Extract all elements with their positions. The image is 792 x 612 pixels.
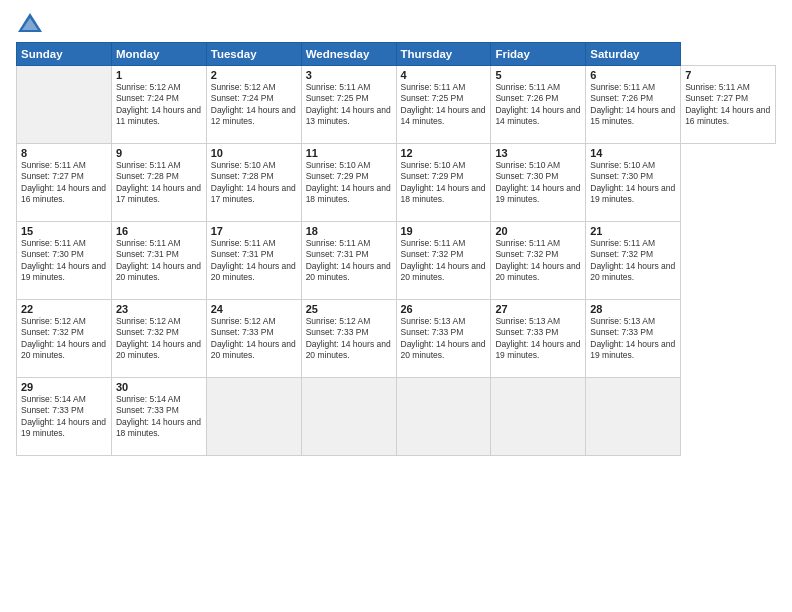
day-info: Sunrise: 5:11 AMSunset: 7:25 PMDaylight:… [401, 82, 487, 128]
day-info: Sunrise: 5:13 AMSunset: 7:33 PMDaylight:… [401, 316, 487, 362]
day-cell-empty [491, 378, 586, 456]
day-cell-22: 22Sunrise: 5:12 AMSunset: 7:32 PMDayligh… [17, 300, 112, 378]
day-number: 4 [401, 69, 487, 81]
day-info: Sunrise: 5:11 AMSunset: 7:32 PMDaylight:… [401, 238, 487, 284]
day-cell-empty [301, 378, 396, 456]
day-info: Sunrise: 5:13 AMSunset: 7:33 PMDaylight:… [590, 316, 676, 362]
day-number: 22 [21, 303, 107, 315]
day-cell-empty [586, 378, 681, 456]
day-number: 3 [306, 69, 392, 81]
day-info: Sunrise: 5:14 AMSunset: 7:33 PMDaylight:… [21, 394, 107, 440]
day-number: 26 [401, 303, 487, 315]
day-info: Sunrise: 5:12 AMSunset: 7:33 PMDaylight:… [306, 316, 392, 362]
day-info: Sunrise: 5:10 AMSunset: 7:28 PMDaylight:… [211, 160, 297, 206]
day-cell-18: 18Sunrise: 5:11 AMSunset: 7:31 PMDayligh… [301, 222, 396, 300]
logo [16, 10, 47, 38]
day-info: Sunrise: 5:10 AMSunset: 7:29 PMDaylight:… [306, 160, 392, 206]
day-number: 20 [495, 225, 581, 237]
week-row-3: 22Sunrise: 5:12 AMSunset: 7:32 PMDayligh… [17, 300, 776, 378]
day-cell-2: 2Sunrise: 5:12 AMSunset: 7:24 PMDaylight… [206, 66, 301, 144]
day-number: 14 [590, 147, 676, 159]
day-info: Sunrise: 5:12 AMSunset: 7:24 PMDaylight:… [116, 82, 202, 128]
day-number: 17 [211, 225, 297, 237]
week-row-1: 8Sunrise: 5:11 AMSunset: 7:27 PMDaylight… [17, 144, 776, 222]
day-info: Sunrise: 5:11 AMSunset: 7:30 PMDaylight:… [21, 238, 107, 284]
day-number: 11 [306, 147, 392, 159]
day-number: 5 [495, 69, 581, 81]
day-info: Sunrise: 5:10 AMSunset: 7:30 PMDaylight:… [495, 160, 581, 206]
day-number: 9 [116, 147, 202, 159]
logo-icon [16, 10, 44, 38]
day-cell-25: 25Sunrise: 5:12 AMSunset: 7:33 PMDayligh… [301, 300, 396, 378]
day-cell-1: 1Sunrise: 5:12 AMSunset: 7:24 PMDaylight… [111, 66, 206, 144]
day-number: 16 [116, 225, 202, 237]
day-info: Sunrise: 5:10 AMSunset: 7:30 PMDaylight:… [590, 160, 676, 206]
day-number: 23 [116, 303, 202, 315]
day-cell-16: 16Sunrise: 5:11 AMSunset: 7:31 PMDayligh… [111, 222, 206, 300]
day-info: Sunrise: 5:11 AMSunset: 7:25 PMDaylight:… [306, 82, 392, 128]
day-cell-13: 13Sunrise: 5:10 AMSunset: 7:30 PMDayligh… [491, 144, 586, 222]
day-info: Sunrise: 5:11 AMSunset: 7:31 PMDaylight:… [116, 238, 202, 284]
day-cell-26: 26Sunrise: 5:13 AMSunset: 7:33 PMDayligh… [396, 300, 491, 378]
day-number: 25 [306, 303, 392, 315]
day-cell-19: 19Sunrise: 5:11 AMSunset: 7:32 PMDayligh… [396, 222, 491, 300]
week-row-2: 15Sunrise: 5:11 AMSunset: 7:30 PMDayligh… [17, 222, 776, 300]
day-cell-4: 4Sunrise: 5:11 AMSunset: 7:25 PMDaylight… [396, 66, 491, 144]
day-number: 30 [116, 381, 202, 393]
header-cell-tuesday: Tuesday [206, 43, 301, 66]
day-number: 6 [590, 69, 676, 81]
day-number: 18 [306, 225, 392, 237]
day-cell-14: 14Sunrise: 5:10 AMSunset: 7:30 PMDayligh… [586, 144, 681, 222]
day-info: Sunrise: 5:11 AMSunset: 7:31 PMDaylight:… [211, 238, 297, 284]
day-cell-17: 17Sunrise: 5:11 AMSunset: 7:31 PMDayligh… [206, 222, 301, 300]
day-cell-empty [396, 378, 491, 456]
day-info: Sunrise: 5:12 AMSunset: 7:24 PMDaylight:… [211, 82, 297, 128]
day-cell-23: 23Sunrise: 5:12 AMSunset: 7:32 PMDayligh… [111, 300, 206, 378]
day-number: 7 [685, 69, 771, 81]
empty-cell [17, 66, 112, 144]
header-cell-wednesday: Wednesday [301, 43, 396, 66]
day-info: Sunrise: 5:13 AMSunset: 7:33 PMDaylight:… [495, 316, 581, 362]
day-info: Sunrise: 5:11 AMSunset: 7:27 PMDaylight:… [685, 82, 771, 128]
day-number: 24 [211, 303, 297, 315]
day-number: 15 [21, 225, 107, 237]
day-info: Sunrise: 5:10 AMSunset: 7:29 PMDaylight:… [401, 160, 487, 206]
header-cell-monday: Monday [111, 43, 206, 66]
day-cell-5: 5Sunrise: 5:11 AMSunset: 7:26 PMDaylight… [491, 66, 586, 144]
day-cell-11: 11Sunrise: 5:10 AMSunset: 7:29 PMDayligh… [301, 144, 396, 222]
page: SundayMondayTuesdayWednesdayThursdayFrid… [0, 0, 792, 612]
day-cell-6: 6Sunrise: 5:11 AMSunset: 7:26 PMDaylight… [586, 66, 681, 144]
header-cell-thursday: Thursday [396, 43, 491, 66]
day-cell-21: 21Sunrise: 5:11 AMSunset: 7:32 PMDayligh… [586, 222, 681, 300]
day-info: Sunrise: 5:11 AMSunset: 7:28 PMDaylight:… [116, 160, 202, 206]
day-cell-9: 9Sunrise: 5:11 AMSunset: 7:28 PMDaylight… [111, 144, 206, 222]
day-number: 28 [590, 303, 676, 315]
day-number: 19 [401, 225, 487, 237]
day-number: 2 [211, 69, 297, 81]
day-number: 12 [401, 147, 487, 159]
header-row: SundayMondayTuesdayWednesdayThursdayFrid… [17, 43, 776, 66]
day-info: Sunrise: 5:11 AMSunset: 7:26 PMDaylight:… [495, 82, 581, 128]
day-info: Sunrise: 5:12 AMSunset: 7:33 PMDaylight:… [211, 316, 297, 362]
calendar-table: SundayMondayTuesdayWednesdayThursdayFrid… [16, 42, 776, 456]
day-number: 10 [211, 147, 297, 159]
day-cell-10: 10Sunrise: 5:10 AMSunset: 7:28 PMDayligh… [206, 144, 301, 222]
day-cell-27: 27Sunrise: 5:13 AMSunset: 7:33 PMDayligh… [491, 300, 586, 378]
day-number: 29 [21, 381, 107, 393]
day-number: 13 [495, 147, 581, 159]
day-info: Sunrise: 5:11 AMSunset: 7:32 PMDaylight:… [590, 238, 676, 284]
day-cell-12: 12Sunrise: 5:10 AMSunset: 7:29 PMDayligh… [396, 144, 491, 222]
day-info: Sunrise: 5:12 AMSunset: 7:32 PMDaylight:… [116, 316, 202, 362]
week-row-4: 29Sunrise: 5:14 AMSunset: 7:33 PMDayligh… [17, 378, 776, 456]
day-info: Sunrise: 5:11 AMSunset: 7:26 PMDaylight:… [590, 82, 676, 128]
day-cell-29: 29Sunrise: 5:14 AMSunset: 7:33 PMDayligh… [17, 378, 112, 456]
day-cell-empty [206, 378, 301, 456]
header [16, 10, 776, 38]
day-cell-3: 3Sunrise: 5:11 AMSunset: 7:25 PMDaylight… [301, 66, 396, 144]
day-cell-30: 30Sunrise: 5:14 AMSunset: 7:33 PMDayligh… [111, 378, 206, 456]
week-row-0: 1Sunrise: 5:12 AMSunset: 7:24 PMDaylight… [17, 66, 776, 144]
header-cell-friday: Friday [491, 43, 586, 66]
day-cell-7: 7Sunrise: 5:11 AMSunset: 7:27 PMDaylight… [681, 66, 776, 144]
day-number: 21 [590, 225, 676, 237]
day-info: Sunrise: 5:11 AMSunset: 7:27 PMDaylight:… [21, 160, 107, 206]
